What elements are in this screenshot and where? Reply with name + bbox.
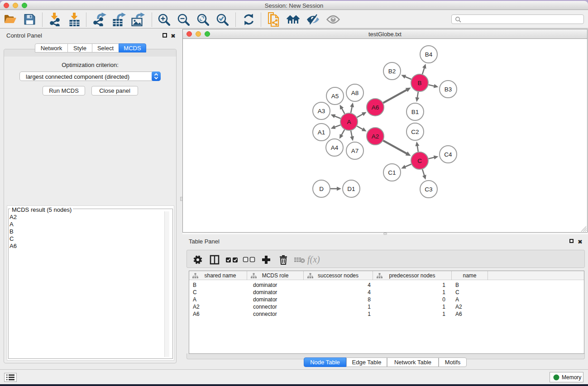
svg-text:D: D <box>319 186 324 192</box>
svg-text:C2: C2 <box>411 129 419 135</box>
svg-text:A1: A1 <box>318 129 325 136</box>
svg-text:A8: A8 <box>351 90 359 96</box>
svg-text:A: A <box>347 119 351 125</box>
svg-text:C: C <box>417 157 422 164</box>
svg-text:C1: C1 <box>388 169 396 176</box>
svg-text:A5: A5 <box>331 93 339 100</box>
svg-text:A4: A4 <box>331 144 339 151</box>
svg-text:B: B <box>417 80 421 86</box>
svg-text:A6: A6 <box>372 104 379 111</box>
svg-text:D1: D1 <box>347 186 355 192</box>
svg-text:C3: C3 <box>425 186 432 193</box>
svg-text:B4: B4 <box>425 51 433 58</box>
svg-text:B3: B3 <box>445 86 452 93</box>
svg-text:A7: A7 <box>351 148 359 154</box>
svg-text:C4: C4 <box>444 151 452 158</box>
svg-text:A2: A2 <box>372 133 379 140</box>
svg-text:A3: A3 <box>318 108 325 114</box>
svg-text:B1: B1 <box>411 109 419 115</box>
svg-text:B2: B2 <box>388 68 396 75</box>
